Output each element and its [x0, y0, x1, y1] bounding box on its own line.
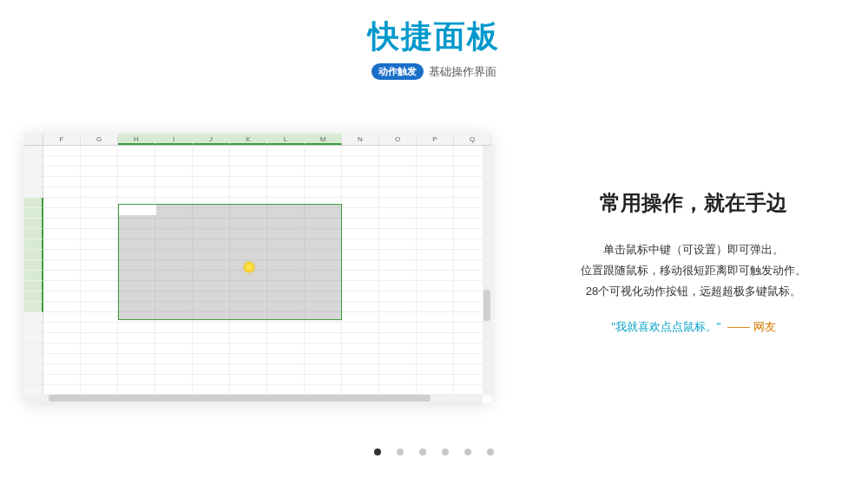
cell[interactable]	[342, 167, 379, 177]
cell[interactable]	[417, 208, 454, 219]
column-header[interactable]: Q	[454, 134, 491, 145]
cell[interactable]	[379, 167, 417, 177]
cell[interactable]	[43, 198, 81, 208]
cell[interactable]	[267, 167, 305, 177]
column-header[interactable]: H	[118, 134, 155, 145]
cell[interactable]	[417, 156, 454, 167]
cell[interactable]	[417, 219, 454, 229]
carousel-dot[interactable]	[464, 449, 471, 455]
cell[interactable]	[193, 354, 230, 364]
cell[interactable]	[155, 333, 193, 344]
cell[interactable]	[379, 250, 417, 260]
cell[interactable]	[417, 250, 454, 260]
row-header[interactable]	[24, 219, 43, 229]
cell[interactable]	[81, 167, 118, 177]
cell[interactable]	[267, 146, 305, 156]
cell[interactable]	[342, 271, 379, 281]
vertical-scrollbar[interactable]	[483, 146, 491, 394]
carousel-dot[interactable]	[419, 449, 426, 455]
cell[interactable]	[43, 323, 81, 333]
cell[interactable]	[305, 364, 342, 375]
cell[interactable]	[43, 291, 81, 302]
cell[interactable]	[305, 354, 342, 364]
cell[interactable]	[342, 187, 379, 198]
cell[interactable]	[267, 177, 305, 187]
cell[interactable]	[379, 146, 417, 156]
cell[interactable]	[342, 208, 379, 219]
cell[interactable]	[417, 302, 454, 312]
row-header[interactable]	[24, 364, 43, 375]
column-header[interactable]: P	[417, 134, 454, 145]
cell[interactable]	[379, 219, 417, 229]
cell[interactable]	[417, 177, 454, 187]
cell[interactable]	[379, 239, 417, 250]
cell[interactable]	[417, 271, 454, 281]
cell[interactable]	[43, 239, 81, 250]
column-header[interactable]: J	[193, 134, 230, 145]
cell[interactable]	[193, 156, 230, 167]
cell[interactable]	[43, 344, 81, 354]
cell[interactable]	[342, 291, 379, 302]
cell[interactable]	[81, 375, 118, 385]
cell[interactable]	[43, 250, 81, 260]
cell[interactable]	[267, 156, 305, 167]
cell[interactable]	[81, 364, 118, 375]
cell[interactable]	[81, 323, 118, 333]
cell[interactable]	[43, 156, 81, 167]
cell[interactable]	[417, 198, 454, 208]
cell[interactable]	[342, 333, 379, 344]
cell[interactable]	[81, 291, 118, 302]
cell[interactable]	[43, 375, 81, 385]
carousel-dot[interactable]	[374, 449, 381, 455]
cell[interactable]	[417, 146, 454, 156]
row-header[interactable]	[24, 291, 43, 302]
cell[interactable]	[417, 344, 454, 354]
row-header[interactable]	[24, 281, 43, 291]
cell[interactable]	[379, 344, 417, 354]
cell[interactable]	[342, 312, 379, 323]
cell[interactable]	[417, 375, 454, 385]
cell[interactable]	[193, 167, 230, 177]
cell[interactable]	[305, 333, 342, 344]
cell[interactable]	[155, 354, 193, 364]
cell[interactable]	[155, 344, 193, 354]
cell[interactable]	[417, 364, 454, 375]
cell[interactable]	[118, 167, 155, 177]
row-header[interactable]	[24, 198, 43, 208]
cell[interactable]	[230, 354, 267, 364]
cell[interactable]	[379, 323, 417, 333]
vertical-scroll-thumb[interactable]	[483, 290, 490, 321]
cell[interactable]	[193, 187, 230, 198]
cell[interactable]	[305, 167, 342, 177]
cell[interactable]	[81, 198, 118, 208]
cell[interactable]	[118, 187, 155, 198]
cell[interactable]	[267, 344, 305, 354]
cell[interactable]	[43, 177, 81, 187]
cell[interactable]	[193, 375, 230, 385]
cell[interactable]	[155, 364, 193, 375]
row-header[interactable]	[24, 354, 43, 364]
cell[interactable]	[230, 364, 267, 375]
cell[interactable]	[193, 146, 230, 156]
cell[interactable]	[379, 281, 417, 291]
cell[interactable]	[417, 167, 454, 177]
cell[interactable]	[81, 260, 118, 271]
cell[interactable]	[43, 333, 81, 344]
cell[interactable]	[379, 187, 417, 198]
cell[interactable]	[81, 312, 118, 323]
cell[interactable]	[155, 146, 193, 156]
cell[interactable]	[267, 187, 305, 198]
cell[interactable]	[230, 156, 267, 167]
cell[interactable]	[43, 354, 81, 364]
cell[interactable]	[81, 281, 118, 291]
cell[interactable]	[379, 156, 417, 167]
cell[interactable]	[81, 239, 118, 250]
cell[interactable]	[342, 281, 379, 291]
cell[interactable]	[155, 167, 193, 177]
cell[interactable]	[118, 333, 155, 344]
column-header[interactable]: O	[379, 134, 417, 145]
horizontal-scrollbar[interactable]	[24, 394, 483, 403]
cell[interactable]	[193, 323, 230, 333]
cell[interactable]	[379, 302, 417, 312]
row-header[interactable]	[24, 271, 43, 281]
